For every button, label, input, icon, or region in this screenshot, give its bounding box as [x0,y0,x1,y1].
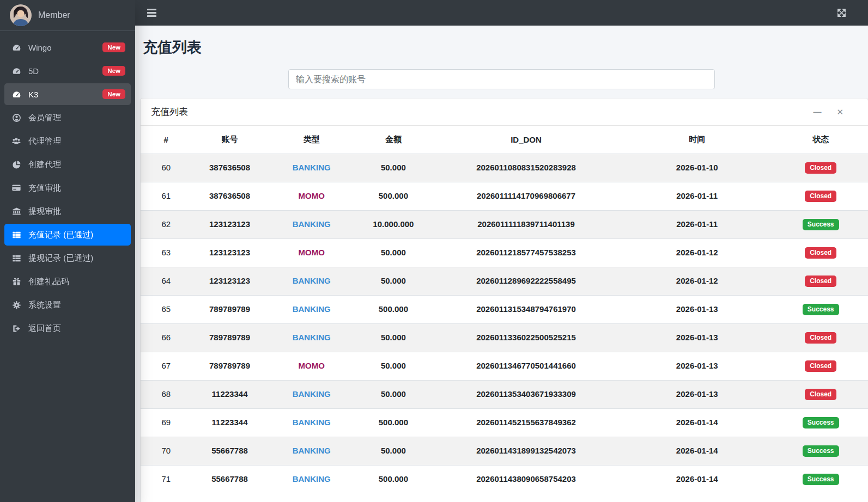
sidebar-item-deposit-approval[interactable]: 充值审批 [4,177,131,199]
expand-icon[interactable] [837,8,846,17]
id-don-cell: 2026011438090658754203 [432,466,621,494]
amount-cell: 50.000 [355,239,432,267]
sidebar: Member Wingo New 5D New K3 New [0,0,135,502]
new-badge: New [102,66,125,76]
table-row: 70 55667788 BANKING 50.000 2026011431899… [141,437,868,466]
page-title: 充值列表 [135,26,868,57]
sidebar-item-create-gift-code[interactable]: 创建礼品码 [4,271,131,292]
sidebar-item-withdraw-records[interactable]: 提现记录 (已通过) [4,247,131,269]
account-cell: 789789789 [191,324,268,352]
card-header: 充值列表 — ✕ [141,99,868,126]
account-cell: 789789789 [191,296,268,324]
sidebar-item-wingo[interactable]: Wingo New [4,36,131,58]
index-cell: 65 [141,296,191,324]
sidebar-item-system-settings[interactable]: 系统设置 [4,294,131,316]
list-icon [10,230,23,240]
index-cell: 60 [141,154,191,182]
status-badge: Success [803,445,839,457]
amount-cell: 50.000 [355,267,432,296]
sidebar-item-create-agent[interactable]: 创建代理 [4,154,131,175]
time-cell: 2026-01-13 [621,381,773,409]
table-head: # 账号 类型 金额 ID_DON 时间 状态 [141,126,868,154]
table-row: 64 123123123 BANKING 50.000 202601128969… [141,267,868,296]
sidebar-item-member-management[interactable]: 会员管理 [4,107,131,128]
status-cell: Success [773,437,868,466]
time-cell: 2026-01-11 [621,182,773,211]
sidebar-item-deposit-records[interactable]: 充值记录 (已通过) [4,224,131,246]
sidebar-nav: Wingo New 5D New K3 New 会员管理 [0,31,135,346]
close-icon[interactable]: ✕ [836,108,843,116]
sidebar-item-label: 充值审批 [28,183,61,193]
amount-cell: 50.000 [355,352,432,381]
sidebar-item-label: 创建代理 [28,160,61,170]
time-cell: 2026-01-14 [621,409,773,437]
status-badge: Closed [805,247,836,259]
header-id-don: ID_DON [432,126,621,154]
header-status: 状态 [773,126,868,154]
table-row: 65 789789789 BANKING 500.000 20260113153… [141,296,868,324]
card-tools: — ✕ [813,108,843,116]
table-row: 68 11223344 BANKING 50.000 2026011353403… [141,381,868,409]
minimize-icon[interactable]: — [813,108,821,116]
id-don-cell: 2026011346770501441660 [432,352,621,381]
amount-cell: 500.000 [355,409,432,437]
table-row: 69 11223344 BANKING 500.000 202601145215… [141,409,868,437]
gauge-icon [10,43,23,52]
table-body: 60 387636508 BANKING 50.000 202601108083… [141,154,868,494]
amount-cell: 500.000 [355,182,432,211]
credit-card-icon [10,183,23,193]
sidebar-item-back-home[interactable]: 返回首页 [4,317,131,339]
sidebar-item-k3[interactable]: K3 New [4,83,131,105]
sidebar-item-label: 提现记录 (已通过) [28,253,93,264]
header-type: 类型 [268,126,355,154]
sidebar-item-label: 提现审批 [28,206,61,217]
users-icon [10,136,23,146]
account-cell: 55667788 [191,466,268,494]
gauge-icon [10,90,23,99]
type-cell: MOMO [268,182,355,211]
user-name: Member [38,10,70,20]
status-cell: Success [773,466,868,494]
account-cell: 387636508 [191,182,268,211]
status-badge: Success [803,474,839,485]
status-cell: Success [773,409,868,437]
sidebar-item-agent-management[interactable]: 代理管理 [4,130,131,152]
index-cell: 71 [141,466,191,494]
table-row: 61 387636508 MOMO 500.000 20260111141709… [141,182,868,211]
hamburger-icon[interactable] [147,9,156,17]
index-cell: 69 [141,409,191,437]
account-cell: 123123123 [191,211,268,239]
index-cell: 62 [141,211,191,239]
id-don-cell: 2026011111839711401139 [432,211,621,239]
account-cell: 123123123 [191,267,268,296]
account-cell: 789789789 [191,352,268,381]
pie-chart-icon [10,160,23,169]
table-row: 63 123123123 MOMO 50.000 202601121857745… [141,239,868,267]
id-don-cell: 2026011289692222558495 [432,267,621,296]
amount-cell: 10.000.000 [355,211,432,239]
id-don-cell: 2026011431899132542073 [432,437,621,466]
sidebar-item-5d[interactable]: 5D New [4,60,131,82]
time-cell: 2026-01-10 [621,154,773,182]
gauge-icon [10,66,23,76]
user-circle-icon [10,113,23,123]
sidebar-item-withdraw-approval[interactable]: 提现审批 [4,200,131,222]
header-index: # [141,126,191,154]
status-badge: Closed [805,389,836,400]
signout-icon [10,324,23,333]
search-input[interactable] [288,69,715,89]
amount-cell: 50.000 [355,437,432,466]
time-cell: 2026-01-13 [621,296,773,324]
amount-cell: 50.000 [355,154,432,182]
sidebar-item-label: 返回首页 [28,323,61,334]
type-cell: BANKING [268,324,355,352]
index-cell: 70 [141,437,191,466]
time-cell: 2026-01-13 [621,324,773,352]
status-badge: Closed [805,276,836,287]
type-cell: BANKING [268,267,355,296]
id-don-cell: 2026011114170969806677 [432,182,621,211]
card-title: 充值列表 [151,106,188,118]
status-badge: Closed [805,162,836,174]
amount-cell: 50.000 [355,324,432,352]
status-badge: Closed [805,332,836,344]
